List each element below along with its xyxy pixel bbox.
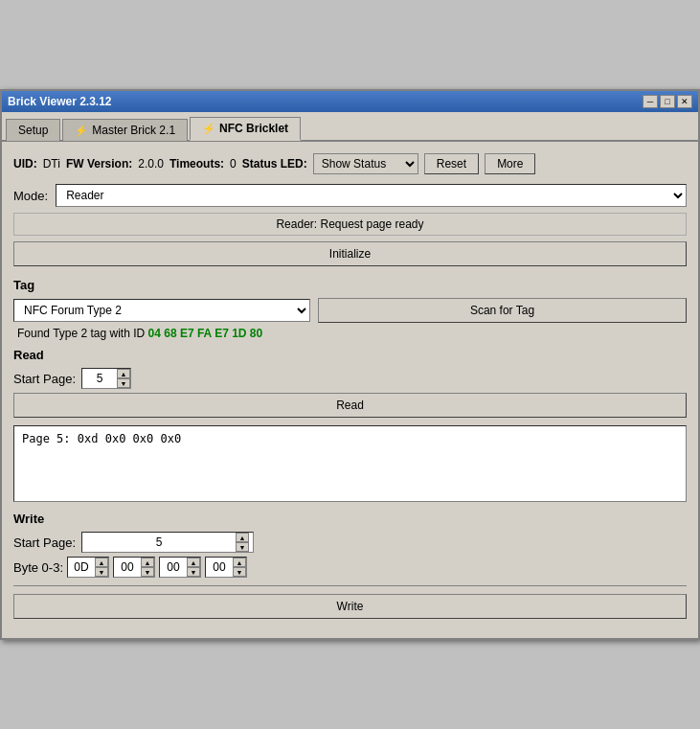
byte2-up-button[interactable]: ▲: [187, 558, 200, 567]
start-page-spinbox-buttons: ▲ ▼: [117, 369, 130, 388]
byte1-up-button[interactable]: ▲: [141, 558, 154, 567]
tab-master-brick[interactable]: ⚡Master Brick 2.1: [62, 119, 188, 141]
byte0-spinbox: ▲ ▼: [67, 557, 109, 578]
fw-value: 2.0.0: [138, 157, 164, 171]
byte-label: Byte 0-3:: [13, 560, 63, 575]
tab-setup-label: Setup: [18, 124, 48, 137]
read-output: Page 5: 0xd 0x0 0x0 0x0: [13, 425, 687, 502]
byte2-spinbox: ▲ ▼: [159, 557, 201, 578]
tab-setup[interactable]: Setup: [6, 119, 60, 141]
byte3-up-button[interactable]: ▲: [233, 558, 246, 567]
byte3-input[interactable]: [206, 558, 233, 576]
uid-label: UID:: [13, 157, 37, 171]
tag-type-select[interactable]: NFC Forum Type 2: [13, 299, 310, 322]
byte2-down-button[interactable]: ▼: [187, 567, 200, 577]
tag-section: Tag NFC Forum Type 2 Scan for Tag Found …: [13, 278, 687, 340]
close-button[interactable]: ✕: [677, 95, 692, 108]
tab-nfc-bricklet-label: NFC Bricklet: [219, 122, 288, 135]
found-tag-id: 04 68 E7 FA E7 1D 80: [148, 327, 263, 340]
status-led-select[interactable]: Show Status: [313, 153, 418, 174]
write-start-page-up-button[interactable]: ▲: [236, 533, 249, 542]
status-led-label: Status LED:: [242, 157, 307, 171]
mode-select[interactable]: Reader: [56, 184, 687, 207]
master-brick-icon: ⚡: [75, 125, 88, 136]
byte0-input[interactable]: [68, 558, 95, 576]
byte1-spinbox-buttons: ▲ ▼: [141, 558, 154, 577]
status-text: Reader: Request page ready: [13, 213, 687, 236]
byte-row: Byte 0-3: ▲ ▼ ▲ ▼: [13, 557, 687, 578]
info-bar: UID: DTi FW Version: 2.0.0 Timeouts: 0 S…: [10, 149, 690, 178]
write-start-page-input[interactable]: [82, 534, 236, 551]
byte3-spinbox: ▲ ▼: [205, 557, 247, 578]
maximize-button[interactable]: □: [660, 95, 675, 108]
write-section-title: Write: [13, 512, 687, 526]
mode-label: Mode:: [13, 189, 48, 203]
byte0-down-button[interactable]: ▼: [95, 567, 108, 577]
window-title: Brick Viewer 2.3.12: [8, 95, 112, 108]
write-start-page-spinbox: ▲ ▼: [81, 532, 254, 553]
more-button[interactable]: More: [485, 153, 535, 174]
divider: [13, 585, 687, 586]
byte3-down-button[interactable]: ▼: [233, 567, 246, 577]
tabs-bar: Setup ⚡Master Brick 2.1 ⚡NFC Bricklet: [2, 112, 698, 142]
start-page-up-button[interactable]: ▲: [117, 369, 130, 378]
tab-master-brick-label: Master Brick 2.1: [92, 124, 175, 137]
title-bar-buttons: ─ □ ✕: [643, 95, 692, 108]
start-page-input[interactable]: [82, 370, 117, 387]
write-start-page-spinbox-buttons: ▲ ▼: [236, 533, 249, 552]
title-bar: Brick Viewer 2.3.12 ─ □ ✕: [2, 91, 698, 112]
found-text: Found Type 2 tag with ID 04 68 E7 FA E7 …: [17, 327, 687, 340]
write-start-page-row: Start Page: ▲ ▼: [13, 532, 687, 553]
byte0-up-button[interactable]: ▲: [95, 558, 108, 567]
byte1-down-button[interactable]: ▼: [141, 567, 154, 577]
uid-value: DTi: [43, 157, 60, 171]
tag-row: NFC Forum Type 2 Scan for Tag: [13, 298, 687, 323]
initialize-button[interactable]: Initialize: [13, 241, 687, 266]
read-section-title: Read: [13, 348, 687, 362]
timeouts-label: Timeouts:: [169, 157, 224, 171]
reset-button[interactable]: Reset: [424, 153, 479, 174]
byte2-input[interactable]: [160, 558, 187, 576]
minimize-button[interactable]: ─: [643, 95, 658, 108]
mode-row: Mode: Reader: [13, 184, 687, 207]
content-area: UID: DTi FW Version: 2.0.0 Timeouts: 0 S…: [2, 142, 698, 638]
main-window: Brick Viewer 2.3.12 ─ □ ✕ Setup ⚡Master …: [0, 89, 700, 640]
start-page-down-button[interactable]: ▼: [117, 378, 130, 388]
tab-nfc-bricklet[interactable]: ⚡NFC Bricklet: [190, 117, 301, 141]
byte0-spinbox-buttons: ▲ ▼: [95, 558, 108, 577]
read-button[interactable]: Read: [13, 393, 687, 418]
write-start-page-label: Start Page:: [13, 535, 76, 550]
write-start-page-down-button[interactable]: ▼: [236, 542, 249, 552]
start-page-label: Start Page:: [13, 372, 76, 386]
fw-label: FW Version:: [66, 157, 132, 171]
write-section: Write Start Page: ▲ ▼ Byte 0-3:: [13, 512, 687, 578]
tag-section-title: Tag: [13, 278, 687, 292]
write-button[interactable]: Write: [13, 594, 687, 619]
read-section: Read Start Page: ▲ ▼ Read Page 5: 0xd 0x…: [13, 348, 687, 502]
nfc-bricklet-icon: ⚡: [202, 123, 215, 134]
scan-for-tag-button[interactable]: Scan for Tag: [318, 298, 687, 323]
main-panel: Mode: Reader Reader: Request page ready …: [10, 180, 690, 630]
start-page-row: Start Page: ▲ ▼: [13, 368, 687, 389]
byte1-spinbox: ▲ ▼: [113, 557, 155, 578]
byte2-spinbox-buttons: ▲ ▼: [187, 558, 200, 577]
byte3-spinbox-buttons: ▲ ▼: [233, 558, 246, 577]
start-page-spinbox: ▲ ▼: [81, 368, 131, 389]
timeouts-value: 0: [230, 157, 237, 171]
found-text-prefix: Found Type 2 tag with ID: [17, 327, 145, 340]
byte1-input[interactable]: [114, 558, 141, 576]
